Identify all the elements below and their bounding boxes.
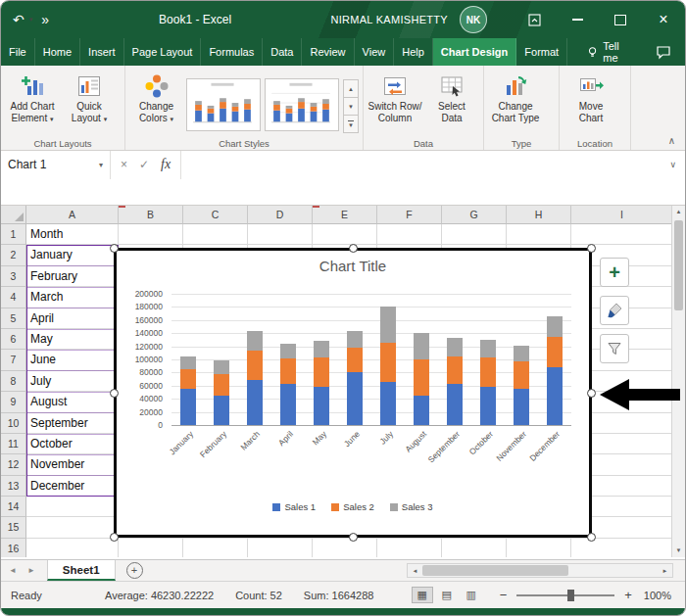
bar-segment-sales-2[interactable] — [280, 358, 296, 385]
row-header-6[interactable]: 6 — [1, 329, 26, 350]
row-header-14[interactable]: 14 — [1, 497, 26, 517]
cell-e1[interactable] — [313, 224, 377, 245]
chart-handle-middle-left[interactable] — [110, 389, 119, 398]
collapse-ribbon-button[interactable]: ∧ — [668, 135, 675, 146]
bar-segment-sales-3[interactable] — [347, 331, 363, 348]
column-header-h[interactable]: H — [507, 205, 571, 224]
bar-april[interactable] — [280, 294, 296, 425]
chart-handle-bottom-center[interactable] — [349, 533, 358, 542]
legend-item-sales-1[interactable]: Sales 1 — [272, 501, 316, 512]
row-header-10[interactable]: 10 — [1, 413, 26, 434]
cell-a10[interactable]: September — [26, 413, 119, 434]
scroll-down-button[interactable]: ▼ — [672, 544, 685, 557]
row-header-4[interactable]: 4 — [1, 287, 26, 308]
bar-january[interactable] — [180, 294, 196, 425]
bar-may[interactable] — [314, 294, 329, 425]
row-header-15[interactable]: 15 — [1, 517, 26, 538]
chart-y-axis[interactable]: 0200004000060000800001000001200001400001… — [117, 294, 168, 425]
gallery-more-button[interactable]: ▼ — [343, 115, 359, 133]
chart-style-1-thumbnail[interactable] — [186, 78, 261, 131]
formula-bar-expand-icon[interactable]: ∨ — [661, 160, 685, 169]
avatar[interactable]: NK — [460, 6, 487, 33]
bar-july[interactable] — [380, 294, 396, 425]
cell-i16[interactable] — [571, 539, 671, 557]
bar-segment-sales-3[interactable] — [314, 341, 329, 357]
normal-view-button[interactable]: ▦ — [412, 587, 433, 603]
cell-a11[interactable]: October — [26, 434, 119, 454]
scroll-up-button[interactable]: ▲ — [672, 205, 685, 218]
chart-title[interactable]: Chart Title — [117, 258, 589, 274]
tab-formulas[interactable]: Formulas — [201, 38, 263, 66]
insert-function-button[interactable]: fx — [161, 157, 171, 172]
tab-format[interactable]: Format — [516, 38, 567, 66]
cell-i1[interactable] — [571, 224, 671, 245]
ribbon-display-options-button[interactable] — [513, 1, 556, 38]
bar-august[interactable] — [414, 294, 429, 425]
cell-a8[interactable]: July — [26, 371, 119, 392]
bar-segment-sales-2[interactable] — [214, 374, 229, 395]
gallery-up-button[interactable]: ▲ — [343, 79, 359, 98]
cell-a9[interactable]: August — [26, 392, 119, 412]
bar-segment-sales-1[interactable] — [347, 372, 363, 425]
bar-segment-sales-3[interactable] — [180, 356, 196, 369]
bar-december[interactable] — [547, 294, 563, 425]
cell-g1[interactable] — [442, 224, 507, 245]
chart-plot[interactable] — [172, 294, 571, 426]
bar-segment-sales-2[interactable] — [514, 361, 529, 389]
zoom-level[interactable]: 100% — [644, 590, 671, 601]
tab-insert[interactable]: Insert — [80, 38, 124, 66]
column-header-g[interactable]: G — [442, 205, 507, 224]
bar-segment-sales-1[interactable] — [480, 387, 496, 425]
bar-segment-sales-1[interactable] — [547, 367, 563, 425]
bar-segment-sales-1[interactable] — [247, 380, 263, 425]
page-break-view-button[interactable]: ▥ — [461, 587, 482, 603]
tab-page-layout[interactable]: Page Layout — [124, 38, 202, 66]
bar-segment-sales-2[interactable] — [314, 357, 329, 387]
chart-styles-button[interactable] — [600, 296, 629, 325]
undo-dropdown-icon[interactable]: ▾ — [29, 16, 33, 24]
zoom-out-button[interactable]: − — [496, 588, 512, 602]
horizontal-scrollbar[interactable]: ◄ ► — [407, 563, 673, 578]
bar-segment-sales-3[interactable] — [247, 331, 263, 351]
select-all-corner[interactable] — [1, 205, 26, 224]
formula-input[interactable] — [181, 150, 661, 179]
zoom-slider[interactable] — [516, 594, 614, 596]
sheet-prev-button[interactable]: ◄ — [9, 566, 17, 575]
cell-b16[interactable] — [119, 539, 183, 557]
tab-chart-design[interactable]: Chart Design — [433, 38, 516, 66]
bar-segment-sales-2[interactable] — [414, 359, 429, 396]
bar-segment-sales-3[interactable] — [214, 360, 229, 374]
cell-h1[interactable] — [507, 224, 571, 245]
move-chart-button[interactable]: MoveChart — [563, 70, 619, 136]
bar-segment-sales-1[interactable] — [380, 382, 396, 425]
cell-a12[interactable]: November — [26, 454, 119, 475]
scroll-left-button[interactable]: ◄ — [408, 564, 422, 577]
column-header-b[interactable]: B — [119, 205, 183, 224]
chart-handle-top-right[interactable] — [587, 244, 596, 253]
bar-segment-sales-3[interactable] — [380, 307, 396, 343]
tab-review[interactable]: Review — [302, 38, 354, 66]
comments-button[interactable] — [642, 38, 685, 66]
bar-segment-sales-2[interactable] — [180, 369, 196, 389]
add-chart-element-button[interactable]: Add ChartElement ▾ — [4, 70, 61, 136]
column-header-f[interactable]: F — [377, 205, 442, 224]
cell-a13[interactable]: December — [26, 476, 119, 497]
column-header-i[interactable]: I — [571, 205, 673, 224]
cell-a4[interactable]: March — [26, 287, 119, 308]
chart-handle-middle-right[interactable] — [587, 389, 596, 398]
chart-x-axis[interactable]: JanuaryFebruaryMarchAprilMayJuneJulyAugu… — [172, 425, 571, 486]
column-header-d[interactable]: D — [248, 205, 313, 224]
row-header-3[interactable]: 3 — [1, 266, 26, 287]
scroll-right-button[interactable]: ► — [658, 564, 672, 577]
tab-file[interactable]: File — [1, 38, 35, 66]
bar-november[interactable] — [514, 294, 529, 425]
cell-a6[interactable]: May — [26, 329, 119, 350]
cancel-button[interactable]: × — [121, 158, 127, 171]
bar-segment-sales-1[interactable] — [514, 389, 529, 425]
bar-segment-sales-2[interactable] — [380, 343, 396, 382]
bar-segment-sales-2[interactable] — [547, 337, 563, 367]
bar-segment-sales-3[interactable] — [414, 333, 429, 359]
cell-c16[interactable] — [183, 539, 248, 557]
cell-f16[interactable] — [377, 539, 442, 557]
tab-home[interactable]: Home — [35, 38, 80, 66]
